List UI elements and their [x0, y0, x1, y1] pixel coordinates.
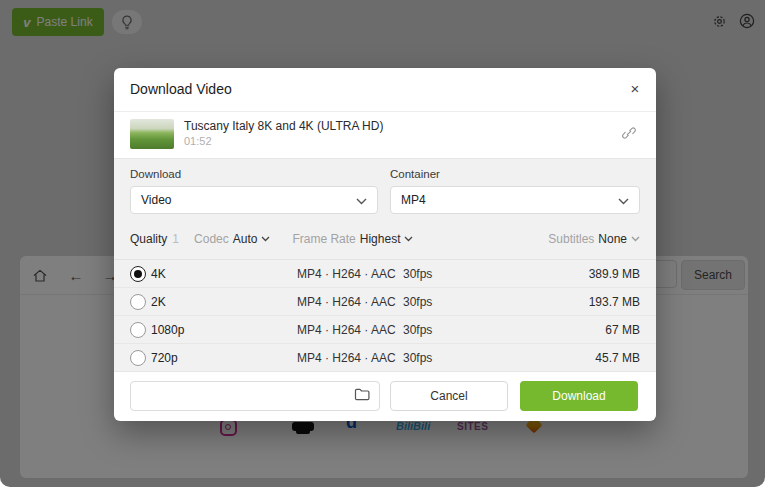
- radio-button[interactable]: [130, 294, 146, 310]
- codec-dropdown[interactable]: Codec Auto: [194, 232, 270, 246]
- format-size: 389.9 MB: [589, 267, 640, 281]
- quality-column-label[interactable]: Quality: [130, 232, 167, 246]
- dialog-body: Download Container Video MP4 Quality 1 C…: [114, 158, 656, 372]
- copy-link-button[interactable]: [622, 126, 636, 143]
- format-quality: 1080p: [151, 323, 184, 337]
- format-quality: 4K: [151, 267, 166, 281]
- format-codec: MP4 · H264 · AAC: [297, 323, 396, 337]
- format-size: 67 MB: [605, 323, 640, 337]
- container-value: MP4: [401, 193, 426, 207]
- format-size: 193.7 MB: [589, 295, 640, 309]
- download-video-dialog: Download Video × Tuscany Italy 8K and 4K…: [114, 68, 656, 421]
- chevron-down-icon: [261, 236, 270, 242]
- subtitles-label: Subtitles: [548, 232, 594, 246]
- video-title: Tuscany Italy 8K and 4K (ULTRA HD): [184, 119, 383, 133]
- frame-rate-label: Frame Rate: [292, 232, 355, 246]
- video-thumbnail: [130, 119, 174, 149]
- format-row-4k[interactable]: 4K MP4 · H264 · AAC 30fps 389.9 MB: [114, 260, 656, 287]
- frame-rate-value: Highest: [360, 232, 401, 246]
- download-button[interactable]: Download: [520, 381, 638, 411]
- codec-label: Codec: [194, 232, 229, 246]
- quality-filter-row: Quality 1 Codec Auto Frame Rate Highest …: [130, 223, 640, 255]
- dialog-footer: Cancel Download: [114, 372, 656, 421]
- cancel-button[interactable]: Cancel: [390, 381, 508, 411]
- codec-value: Auto: [233, 232, 258, 246]
- radio-button[interactable]: [130, 266, 146, 282]
- link-icon: [622, 126, 636, 140]
- save-path-input[interactable]: [130, 381, 380, 411]
- folder-icon: [354, 388, 370, 401]
- format-fps: 30fps: [403, 351, 432, 365]
- radio-button[interactable]: [130, 322, 146, 338]
- format-fps: 30fps: [403, 267, 432, 281]
- frame-rate-dropdown[interactable]: Frame Rate Highest: [292, 232, 413, 246]
- format-list: 4K MP4 · H264 · AAC 30fps 389.9 MB 2K MP…: [114, 259, 656, 371]
- format-row-1080p[interactable]: 1080p MP4 · H264 · AAC 30fps 67 MB: [114, 315, 656, 343]
- chevron-down-icon: [404, 236, 413, 242]
- format-codec: MP4 · H264 · AAC: [297, 351, 396, 365]
- format-quality: 2K: [151, 295, 166, 309]
- download-type-select[interactable]: Video: [130, 186, 378, 214]
- chevron-down-icon: [631, 236, 640, 242]
- format-size: 45.7 MB: [595, 351, 640, 365]
- container-select[interactable]: MP4: [390, 186, 640, 214]
- close-button[interactable]: ×: [622, 76, 648, 102]
- chevron-down-icon: [618, 198, 629, 205]
- container-select-label: Container: [390, 168, 440, 180]
- chevron-down-icon: [356, 198, 367, 205]
- format-fps: 30fps: [403, 323, 432, 337]
- dialog-header: Download Video ×: [114, 68, 656, 112]
- radio-button[interactable]: [130, 350, 146, 366]
- download-type-value: Video: [141, 193, 171, 207]
- quality-sort-indicator: 1: [172, 232, 179, 246]
- subtitles-dropdown[interactable]: Subtitles None: [548, 232, 640, 246]
- format-quality: 720p: [151, 351, 178, 365]
- format-fps: 30fps: [403, 295, 432, 309]
- video-duration: 01:52: [184, 135, 212, 147]
- format-row-720p[interactable]: 720p MP4 · H264 · AAC 30fps 45.7 MB: [114, 343, 656, 371]
- dialog-title: Download Video: [130, 81, 232, 97]
- format-codec: MP4 · H264 · AAC: [297, 267, 396, 281]
- subtitles-value: None: [598, 232, 627, 246]
- video-info-row: Tuscany Italy 8K and 4K (ULTRA HD) 01:52: [114, 111, 656, 158]
- format-row-2k[interactable]: 2K MP4 · H264 · AAC 30fps 193.7 MB: [114, 287, 656, 315]
- download-select-label: Download: [130, 168, 181, 180]
- browse-folder-button[interactable]: [354, 388, 370, 404]
- format-codec: MP4 · H264 · AAC: [297, 295, 396, 309]
